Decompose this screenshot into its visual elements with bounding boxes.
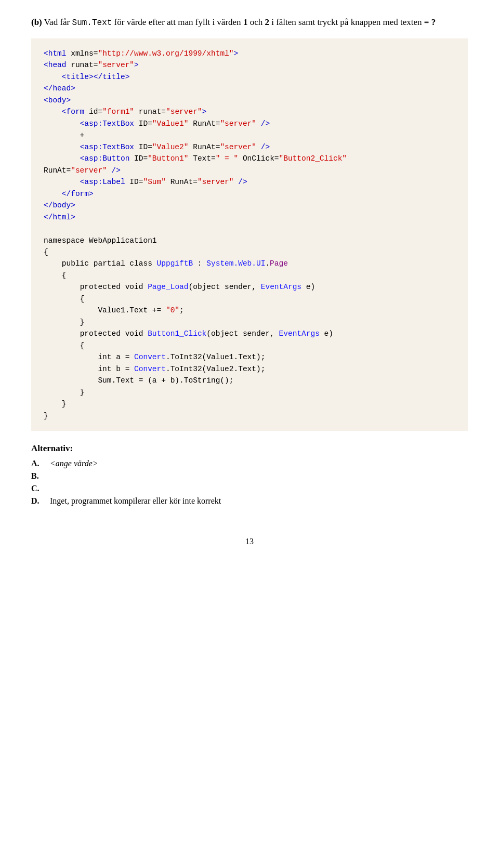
question-text: (b) Vad får Sum.Text för värde efter att… (31, 16, 468, 29)
value1: 1 (243, 17, 248, 27)
alt-label-d: D. (31, 496, 46, 506)
alt-text-a: <ange värde> (50, 459, 98, 468)
sum-text-code: Sum.Text (72, 18, 112, 28)
question-label: (b) (31, 17, 42, 27)
value2: 2 (265, 17, 269, 27)
question-section: (b) Vad får Sum.Text för värde efter att… (31, 16, 468, 431)
alt-label-b: B. (31, 471, 46, 481)
alt-label-a: A. (31, 459, 46, 468)
eq-text: = ? (424, 17, 436, 27)
alternative-d: D. Inget, programmet kompilerar eller kö… (31, 496, 468, 506)
alternatives-section: Alternativ: A. <ange värde> B. C. D. Ing… (31, 443, 468, 506)
alt-text-d: Inget, programmet kompilerar eller kör i… (50, 496, 221, 506)
alternative-a: A. <ange värde> (31, 459, 468, 468)
alt-label-c: C. (31, 484, 46, 493)
alternatives-title: Alternativ: (31, 443, 468, 454)
code-block: <html xmlns="http://www.w3.org/1999/xhtm… (31, 38, 468, 431)
alternative-c: C. (31, 484, 468, 493)
page-number: 13 (31, 537, 468, 546)
alternative-b: B. (31, 471, 468, 481)
